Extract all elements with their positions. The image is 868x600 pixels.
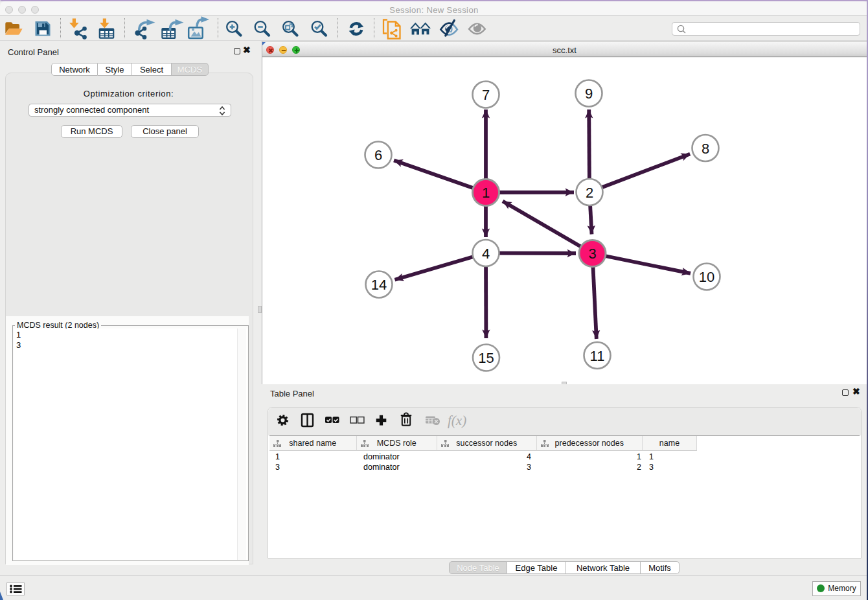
svg-text:7: 7 [482, 87, 490, 103]
svg-text:10: 10 [699, 269, 714, 285]
svg-text:6: 6 [374, 147, 382, 163]
svg-text:1: 1 [482, 185, 490, 201]
svg-text:3: 3 [588, 246, 596, 262]
svg-text:4: 4 [482, 246, 490, 262]
svg-text:f(x): f(x) [448, 413, 466, 428]
svg-text:15: 15 [478, 350, 494, 366]
svg-text:9: 9 [585, 86, 593, 102]
svg-text:2: 2 [586, 185, 593, 201]
svg-text:8: 8 [702, 141, 709, 157]
svg-text:14: 14 [371, 277, 387, 293]
svg-text:11: 11 [590, 348, 605, 364]
